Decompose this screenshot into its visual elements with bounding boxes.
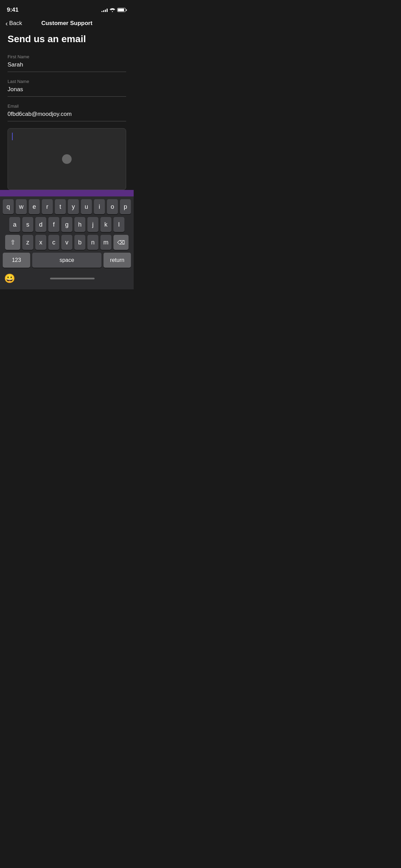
key-q[interactable]: q <box>3 199 14 214</box>
shift-icon: ⇧ <box>10 239 15 246</box>
nav-bar: ‹ Back Customer Support <box>0 17 134 31</box>
keyboard-row-2: a s d f g h j k l <box>1 217 132 232</box>
drag-handle[interactable] <box>62 154 72 164</box>
signal-icon <box>101 8 108 12</box>
last-name-field: Last Name Jonas <box>8 79 126 97</box>
back-button[interactable]: ‹ Back <box>5 20 22 27</box>
key-l[interactable]: l <box>113 217 124 232</box>
wifi-icon <box>110 8 115 12</box>
key-s[interactable]: s <box>22 217 33 232</box>
delete-key[interactable]: ⌫ <box>113 235 129 250</box>
key-x[interactable]: x <box>35 235 46 250</box>
numbers-key[interactable]: 123 <box>3 253 30 268</box>
keyboard-row-bottom: 123 space return <box>1 253 132 268</box>
key-a[interactable]: a <box>9 217 20 232</box>
key-z[interactable]: z <box>22 235 33 250</box>
key-f[interactable]: f <box>48 217 59 232</box>
key-w[interactable]: w <box>16 199 27 214</box>
key-j[interactable]: j <box>87 217 98 232</box>
return-key[interactable]: return <box>104 253 131 268</box>
last-name-value[interactable]: Jonas <box>8 86 126 97</box>
message-textarea[interactable] <box>8 128 126 190</box>
key-u[interactable]: u <box>81 199 92 214</box>
status-bar: 9:41 <box>0 0 134 17</box>
key-d[interactable]: d <box>35 217 46 232</box>
key-e[interactable]: e <box>29 199 40 214</box>
keyboard: q w e r t y u i o p a s d f g h j k l ⇧ … <box>0 196 134 289</box>
key-p[interactable]: p <box>120 199 131 214</box>
keyboard-row-1: q w e r t y u i o p <box>1 199 132 214</box>
main-content: Send us an email First Name Sarah Last N… <box>0 31 134 208</box>
page-title: Send us an email <box>8 34 126 45</box>
email-label: Email <box>8 104 126 109</box>
back-chevron-icon: ‹ <box>5 20 8 27</box>
key-h[interactable]: h <box>74 217 85 232</box>
last-name-label: Last Name <box>8 79 126 84</box>
battery-icon <box>117 8 127 12</box>
key-v[interactable]: v <box>61 235 72 250</box>
first-name-value[interactable]: Sarah <box>8 61 126 72</box>
keyboard-row-3: ⇧ z x c v b n m ⌫ <box>1 235 132 250</box>
first-name-field: First Name Sarah <box>8 54 126 72</box>
key-g[interactable]: g <box>61 217 72 232</box>
status-icons <box>101 8 127 12</box>
key-m[interactable]: m <box>100 235 111 250</box>
back-label: Back <box>9 20 22 27</box>
emoji-button[interactable]: 😀 <box>4 273 15 284</box>
key-o[interactable]: o <box>107 199 118 214</box>
key-c[interactable]: c <box>48 235 59 250</box>
space-key[interactable]: space <box>32 253 101 268</box>
email-value[interactable]: 0fbd6cab@moodjoy.com <box>8 111 126 121</box>
home-indicator <box>50 278 95 279</box>
key-y[interactable]: y <box>68 199 79 214</box>
key-n[interactable]: n <box>87 235 98 250</box>
status-time: 9:41 <box>7 7 19 13</box>
key-b[interactable]: b <box>74 235 85 250</box>
key-t[interactable]: t <box>55 199 66 214</box>
key-r[interactable]: r <box>42 199 53 214</box>
emoji-bar: 😀 <box>1 270 132 289</box>
email-field: Email 0fbd6cab@moodjoy.com <box>8 104 126 121</box>
key-i[interactable]: i <box>94 199 105 214</box>
shift-key[interactable]: ⇧ <box>5 235 20 250</box>
first-name-label: First Name <box>8 54 126 59</box>
key-k[interactable]: k <box>100 217 111 232</box>
text-cursor <box>12 133 13 140</box>
nav-title: Customer Support <box>41 20 92 27</box>
